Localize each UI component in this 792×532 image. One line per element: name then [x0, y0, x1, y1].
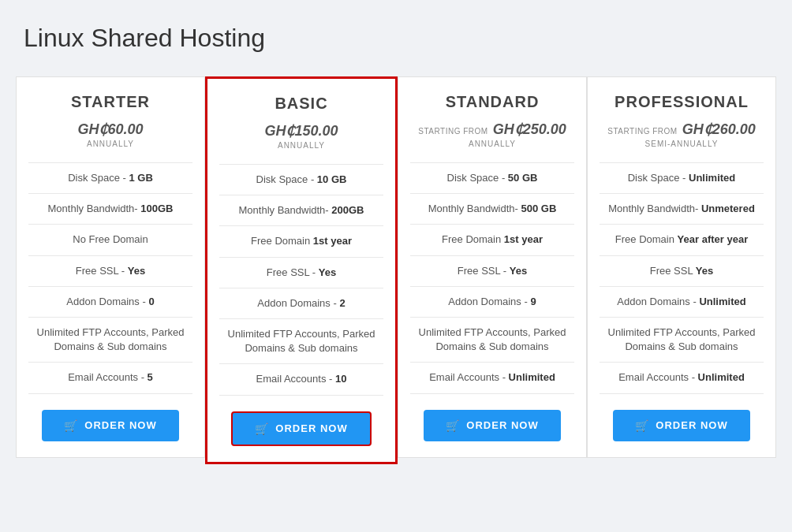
order-button-label-standard: ORDER NOW — [466, 419, 538, 431]
cart-icon: 🛒 — [64, 419, 78, 432]
cart-icon: 🛒 — [255, 422, 269, 435]
feature-item: Unlimited FTP Accounts, Parked Domains &… — [28, 318, 192, 363]
plan-billing-starter: ANNUALLY — [87, 140, 134, 148]
plan-billing-professional: SEMI-ANNUALLY — [645, 140, 719, 148]
feature-item: Free SSL Yes — [600, 256, 764, 287]
feature-item: Email Accounts - Unlimited — [600, 363, 764, 393]
plan-billing-basic: ANNUALLY — [278, 141, 325, 150]
feature-item: Email Accounts - Unlimited — [410, 363, 574, 393]
order-button-label-professional: ORDER NOW — [656, 419, 727, 431]
plan-price-row-standard: STARTING FROMGH₵250.00 — [418, 121, 566, 138]
order-button-standard[interactable]: 🛒ORDER NOW — [424, 410, 560, 441]
plan-price-row-professional: STARTING FROMGH₵260.00 — [607, 121, 755, 138]
features-list-starter: Disk Space - 1 GBMonthly Bandwidth- 100G… — [28, 162, 192, 394]
features-list-basic: Disk Space - 10 GBMonthly Bandwidth- 200… — [219, 164, 383, 396]
order-button-professional[interactable]: 🛒ORDER NOW — [613, 410, 749, 441]
feature-item: Disk Space - 10 GB — [219, 165, 383, 195]
plan-price-starter: GH₵60.00 — [77, 121, 143, 138]
order-button-starter[interactable]: 🛒ORDER NOW — [42, 410, 178, 441]
feature-item: Free Domain 1st year — [219, 226, 383, 257]
feature-item: Free SSL - Yes — [219, 258, 383, 288]
starting-from-label-professional: STARTING FROM — [607, 127, 677, 136]
plan-price-professional: GH₵260.00 — [682, 121, 756, 138]
plan-card-standard: STANDARDSTARTING FROMGH₵250.00ANNUALLYDi… — [398, 76, 587, 458]
feature-item: Email Accounts - 5 — [28, 363, 192, 393]
feature-item: Disk Space - 50 GB — [410, 163, 574, 194]
feature-item: Disk Space - Unlimited — [600, 163, 764, 194]
feature-item: Unlimited FTP Accounts, Parked Domains &… — [410, 318, 574, 363]
feature-item: Monthly Bandwidth- 500 GB — [410, 194, 574, 225]
feature-item: Unlimited FTP Accounts, Parked Domains &… — [219, 319, 383, 364]
plan-price-row-starter: GH₵60.00 — [77, 121, 143, 138]
feature-item: Addon Domains - 2 — [219, 288, 383, 319]
plan-name-starter: STARTER — [71, 93, 150, 111]
feature-item: Disk Space - 1 GB — [28, 163, 192, 194]
feature-item: Monthly Bandwidth- Unmetered — [600, 194, 764, 225]
plans-container: STARTERGH₵60.00ANNUALLYDisk Space - 1 GB… — [16, 76, 776, 464]
starting-from-label-standard: STARTING FROM — [418, 127, 488, 136]
feature-item: Free Domain 1st year — [410, 225, 574, 255]
feature-item: Monthly Bandwidth- 100GB — [28, 194, 192, 225]
plan-price-standard: GH₵250.00 — [493, 121, 566, 138]
feature-item: Free Domain Year after year — [600, 225, 764, 255]
order-button-label-basic: ORDER NOW — [275, 422, 347, 434]
cart-icon: 🛒 — [635, 419, 649, 432]
order-button-label-starter: ORDER NOW — [84, 419, 156, 431]
feature-item: Unlimited FTP Accounts, Parked Domains &… — [600, 318, 764, 363]
features-list-standard: Disk Space - 50 GBMonthly Bandwidth- 500… — [410, 162, 574, 394]
page-title: Linux Shared Hosting — [16, 24, 776, 53]
order-button-basic[interactable]: 🛒ORDER NOW — [231, 411, 371, 446]
plan-name-standard: STANDARD — [446, 93, 540, 111]
plan-card-professional: PROFESSIONALSTARTING FROMGH₵260.00SEMI-A… — [587, 76, 776, 458]
cart-icon: 🛒 — [446, 419, 460, 432]
plan-price-basic: GH₵150.00 — [264, 122, 338, 140]
features-list-professional: Disk Space - UnlimitedMonthly Bandwidth-… — [600, 162, 764, 394]
feature-item: Addon Domains - 9 — [410, 287, 574, 318]
plan-name-basic: BASIC — [275, 95, 327, 113]
feature-item: Free SSL - Yes — [28, 256, 192, 287]
feature-item: Addon Domains - 0 — [28, 287, 192, 318]
plan-price-row-basic: GH₵150.00 — [264, 122, 338, 140]
plan-card-basic: BASICGH₵150.00ANNUALLYDisk Space - 10 GB… — [205, 76, 398, 464]
feature-item: No Free Domain — [28, 225, 192, 255]
plan-billing-standard: ANNUALLY — [469, 140, 516, 148]
feature-item: Monthly Bandwidth- 200GB — [219, 195, 383, 226]
feature-item: Addon Domains - Unlimited — [600, 287, 764, 318]
plan-name-professional: PROFESSIONAL — [615, 93, 749, 111]
feature-item: Email Accounts - 10 — [219, 364, 383, 395]
plan-card-starter: STARTERGH₵60.00ANNUALLYDisk Space - 1 GB… — [16, 76, 205, 458]
feature-item: Free SSL - Yes — [410, 256, 574, 287]
